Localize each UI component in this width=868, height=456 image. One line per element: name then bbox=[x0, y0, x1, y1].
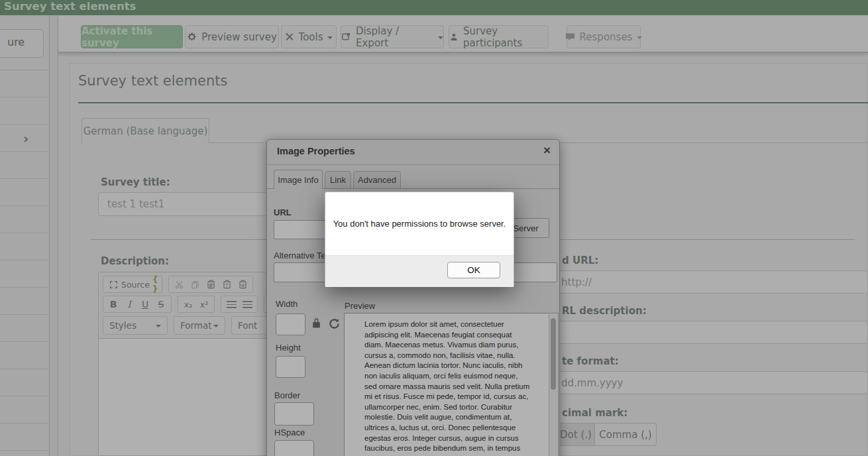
ok-button[interactable]: OK bbox=[447, 262, 500, 278]
alert-footer: OK bbox=[325, 255, 514, 287]
ok-button-label: OK bbox=[467, 265, 480, 275]
alert-message: You don't have permissions to browse ser… bbox=[325, 219, 514, 229]
permissions-alert-dialog: You don't have permissions to browse ser… bbox=[325, 192, 514, 287]
